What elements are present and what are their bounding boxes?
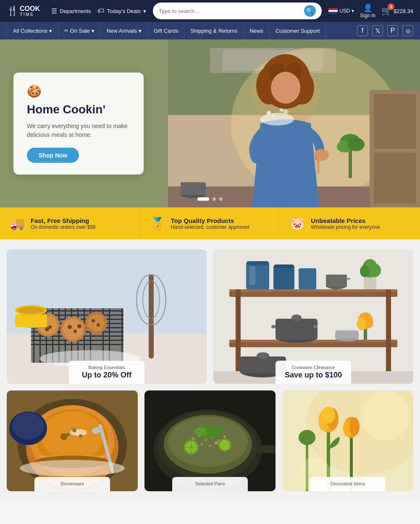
carousel-dot-1[interactable] xyxy=(197,197,209,201)
truck-icon: 🚚 xyxy=(10,217,25,231)
dinnerware-category-label: Dinnerware xyxy=(43,481,102,486)
hero-section: 🍪 Home Cookin' We carry everything you n… xyxy=(0,39,420,207)
svg-point-138 xyxy=(168,417,248,467)
svg-point-23 xyxy=(283,109,288,114)
dinnerware-illustration xyxy=(7,390,138,491)
svg-point-67 xyxy=(88,314,105,331)
svg-point-24 xyxy=(314,149,329,161)
svg-point-171 xyxy=(349,417,360,436)
search-input[interactable] xyxy=(159,8,301,14)
svg-rect-8 xyxy=(181,182,206,195)
instagram-icon[interactable]: ◎ xyxy=(402,25,413,36)
feature-shipping-title: Fast, Free Shipping xyxy=(31,217,96,224)
logo[interactable]: 🍴 COOK TIME xyxy=(7,5,45,17)
user-icon: 👤 xyxy=(363,3,373,13)
svg-point-20 xyxy=(267,111,271,115)
baking-card-overlay: Baking Essentials Up to 20% Off xyxy=(69,361,144,384)
product-card-dinnerware[interactable]: Dinnerware xyxy=(7,390,138,491)
svg-rect-104 xyxy=(313,325,318,328)
svg-rect-103 xyxy=(276,319,318,340)
svg-point-96 xyxy=(360,265,370,277)
shop-now-button[interactable]: Shop Now xyxy=(27,147,79,162)
svg-point-19 xyxy=(260,113,294,126)
search-bar: 🔍 xyxy=(153,3,322,19)
svg-point-60 xyxy=(45,327,49,331)
svg-rect-105 xyxy=(271,325,276,328)
facebook-icon[interactable]: f xyxy=(357,25,368,36)
svg-point-126 xyxy=(72,428,76,432)
social-links: f 𝕏 P ◎ xyxy=(357,25,413,36)
flag-icon xyxy=(328,8,338,14)
tag-icon: 🏷 xyxy=(97,7,104,15)
svg-point-116 xyxy=(257,352,269,359)
baking-deal-value: Up to 20% Off xyxy=(77,371,136,380)
svg-rect-11 xyxy=(374,153,416,203)
svg-rect-160 xyxy=(255,446,276,453)
currency-selector[interactable]: USD ▾ xyxy=(328,8,354,14)
piggybank-icon: 🐷 xyxy=(290,217,305,231)
departments-button[interactable]: ☰ Departments xyxy=(51,7,91,15)
logo-text: COOK TIME xyxy=(20,5,40,17)
product-card-pans[interactable]: Selected Pans xyxy=(144,390,276,491)
search-button[interactable]: 🔍 xyxy=(304,5,316,17)
svg-point-22 xyxy=(272,115,274,117)
svg-rect-83 xyxy=(236,289,241,340)
svg-rect-108 xyxy=(335,330,359,339)
product-card-baking[interactable]: Baking Essentials Up to 20% Off xyxy=(7,249,207,384)
svg-point-125 xyxy=(60,433,67,440)
product-grid: Baking Essentials Up to 20% Off xyxy=(0,239,420,501)
svg-point-155 xyxy=(220,440,230,450)
svg-point-145 xyxy=(200,443,203,446)
product-card-decorative[interactable]: Decorative Items xyxy=(282,390,413,491)
svg-point-112 xyxy=(365,318,373,328)
todays-deals-button[interactable]: 🏷 Today's Deals ▾ xyxy=(97,7,146,15)
svg-point-78 xyxy=(18,307,45,314)
svg-point-133 xyxy=(12,413,44,440)
decorative-category-label: Decorative Items xyxy=(318,481,377,486)
nav-on-sale[interactable]: ✂ On Sale ▾ xyxy=(58,22,101,39)
svg-rect-84 xyxy=(386,289,391,340)
svg-point-173 xyxy=(299,430,315,445)
svg-point-62 xyxy=(63,319,83,339)
cookware-category-label: Cookware Clearance xyxy=(284,365,343,370)
cart-button[interactable]: 🛒 3 $228.34 xyxy=(381,6,413,16)
svg-point-18 xyxy=(271,72,300,104)
feature-shipping-subtitle: On domestic orders over $99 xyxy=(31,224,96,230)
nav-all-collections[interactable]: All Collections ▾ xyxy=(7,22,58,39)
svg-rect-87 xyxy=(249,266,255,285)
svg-rect-86 xyxy=(247,261,268,265)
feature-prices-title: Unbeatable Prices xyxy=(311,217,380,224)
cookie-icon: 🍪 xyxy=(27,84,130,98)
svg-rect-89 xyxy=(274,265,294,268)
nav-new-arrivals[interactable]: New Arrivals ▾ xyxy=(101,22,148,39)
nav-shipping-returns[interactable]: Shipping & Returns xyxy=(184,22,244,39)
svg-rect-82 xyxy=(229,289,397,292)
feature-shipping: 🚚 Fast, Free Shipping On domestic orders… xyxy=(0,207,140,239)
svg-point-29 xyxy=(348,138,365,151)
svg-point-63 xyxy=(68,325,72,329)
feature-quality-subtitle: Hand-selected, customer approved xyxy=(171,224,249,230)
signin-button[interactable]: 👤 Sign in xyxy=(360,3,375,18)
svg-point-141 xyxy=(204,438,207,442)
nav-news[interactable]: News xyxy=(244,22,270,39)
menu-icon: ☰ xyxy=(51,7,57,15)
carousel-dot-3[interactable] xyxy=(219,197,223,201)
nav-customer-support[interactable]: Customer Support xyxy=(270,22,326,39)
chevron-down-icon: ▾ xyxy=(49,28,52,34)
product-card-cookware[interactable]: Cookware Clearance Save up to $100 xyxy=(213,249,413,384)
features-bar: 🚚 Fast, Free Shipping On domestic orders… xyxy=(0,207,420,239)
svg-point-174 xyxy=(360,390,411,441)
pinterest-icon[interactable]: P xyxy=(387,25,398,36)
svg-point-68 xyxy=(92,319,95,322)
hero-subtitle: We carry everything you need to make del… xyxy=(27,121,130,139)
chevron-down-icon: ▾ xyxy=(92,28,94,34)
nav-gift-cards[interactable]: Gift Cards xyxy=(148,22,185,39)
chevron-down-icon: ▾ xyxy=(143,8,146,14)
svg-point-131 xyxy=(20,460,125,477)
carousel-dot-2[interactable] xyxy=(213,197,216,201)
top-header: 🍴 COOK TIME ☰ Departments 🏷 Today's Deal… xyxy=(0,0,420,22)
twitter-icon[interactable]: 𝕏 xyxy=(372,25,383,36)
header-right: USD ▾ 👤 Sign in 🛒 3 $228.34 xyxy=(328,3,413,18)
cart-badge: 3 xyxy=(388,3,394,10)
svg-point-127 xyxy=(66,433,70,436)
